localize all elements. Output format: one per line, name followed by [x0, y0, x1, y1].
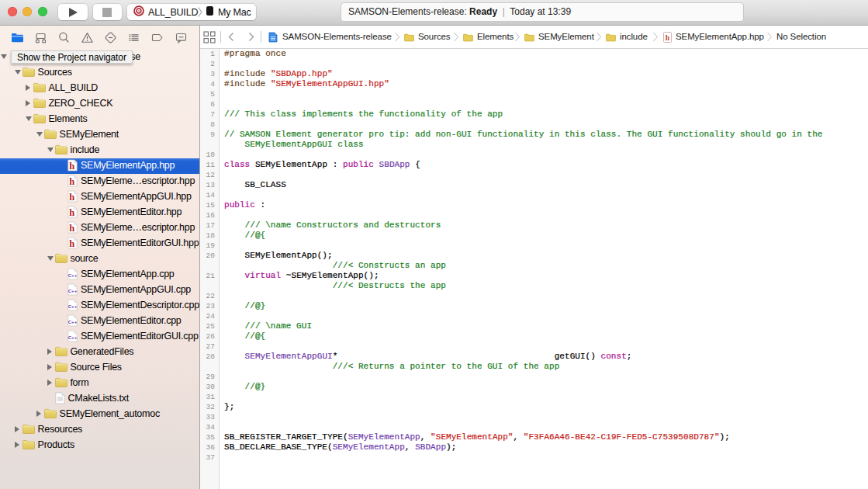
svg-text:h: h	[69, 238, 74, 249]
svg-text:C++: C++	[67, 288, 77, 293]
svg-text:h: h	[69, 192, 74, 203]
svg-text:C++: C++	[67, 272, 77, 278]
svg-text:C++: C++	[67, 303, 77, 309]
svg-text:C++: C++	[67, 319, 77, 324]
svg-text:C++: C++	[67, 335, 77, 340]
svg-text:h: h	[666, 34, 670, 42]
svg-text:h: h	[69, 176, 74, 187]
svg-text:h: h	[69, 207, 74, 218]
svg-text:h: h	[69, 161, 74, 172]
svg-text:h: h	[69, 223, 74, 234]
